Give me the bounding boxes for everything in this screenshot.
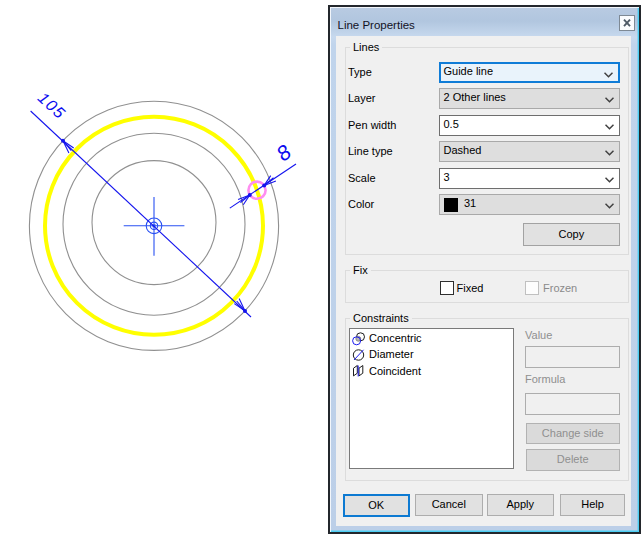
svg-text:8: 8 — [272, 140, 296, 166]
svg-text:105: 105 — [35, 89, 69, 123]
